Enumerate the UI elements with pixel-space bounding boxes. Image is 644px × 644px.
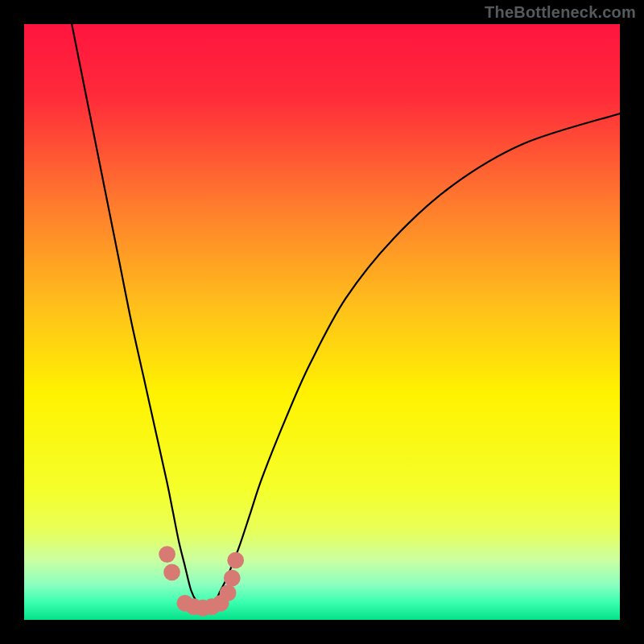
highlight-dot <box>227 552 244 569</box>
highlight-dot <box>163 564 180 580</box>
plot-area <box>24 24 620 620</box>
highlight-dot <box>220 584 237 601</box>
watermark-text: TheBottleneck.com <box>485 3 636 22</box>
highlight-dot <box>159 546 175 563</box>
highlight-dot <box>224 570 241 587</box>
bottleneck-curve <box>72 24 620 609</box>
curve-layer <box>24 24 620 620</box>
chart-frame: TheBottleneck.com <box>0 0 644 644</box>
highlight-dots <box>159 546 244 616</box>
